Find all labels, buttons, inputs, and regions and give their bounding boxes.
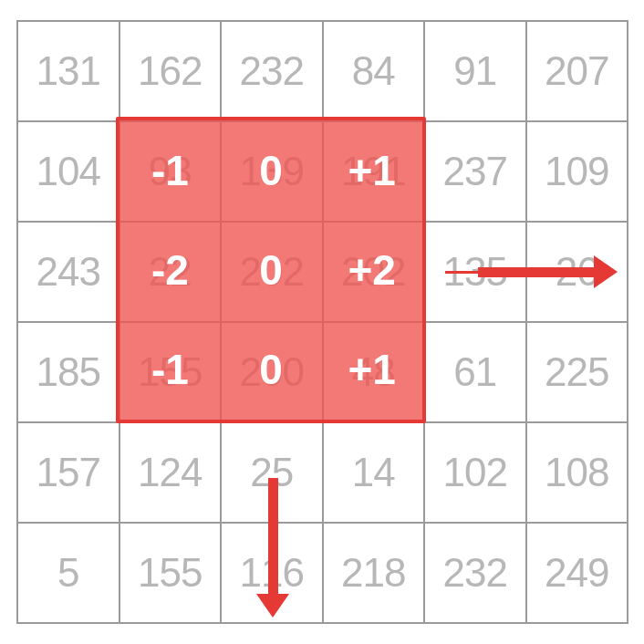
grid-cell: 5 <box>17 523 119 623</box>
kernel-cell: -1 <box>119 120 221 220</box>
arrow-right-icon <box>478 255 618 288</box>
grid-cell: 91 <box>424 21 526 121</box>
grid-cell: 108 <box>526 422 628 523</box>
grid-cell: 131 <box>17 21 119 121</box>
grid-cell: 14 <box>323 422 425 523</box>
kernel-cell: +1 <box>321 320 422 420</box>
grid-cell: 109 <box>526 121 628 222</box>
kernel-cell: -1 <box>119 320 221 420</box>
kernel-cell: 0 <box>221 120 322 220</box>
diagram-container: 131 162 232 84 91 207 104 93 139 191 237… <box>0 0 644 644</box>
grid-cell: 102 <box>424 422 526 523</box>
grid-cell: 162 <box>119 21 222 121</box>
kernel-cell: 0 <box>221 320 322 420</box>
grid-cell: 249 <box>526 523 628 623</box>
kernel-cell: +1 <box>321 120 422 220</box>
grid-cell: 207 <box>526 21 628 121</box>
grid-cell: 155 <box>119 523 222 623</box>
convolution-kernel: -1 0 +1 -2 0 +2 -1 0 +1 <box>116 117 426 423</box>
grid-cell: 237 <box>424 121 526 222</box>
grid-cell: 84 <box>323 21 425 121</box>
grid-cell: 243 <box>17 222 119 322</box>
grid-cell: 124 <box>119 422 222 523</box>
grid-cell: 232 <box>221 21 323 121</box>
grid-cell: 232 <box>424 523 526 623</box>
grid-cell: 157 <box>17 422 119 523</box>
kernel-cell: +2 <box>321 220 422 319</box>
grid-cell: 104 <box>17 121 119 222</box>
grid-cell: 185 <box>17 322 119 422</box>
arrow-down-icon <box>256 478 289 618</box>
kernel-cell: -2 <box>119 220 221 319</box>
grid-cell: 61 <box>424 322 526 422</box>
grid-cell: 218 <box>323 523 425 623</box>
kernel-cell: 0 <box>221 220 322 319</box>
grid-cell: 225 <box>526 322 628 422</box>
